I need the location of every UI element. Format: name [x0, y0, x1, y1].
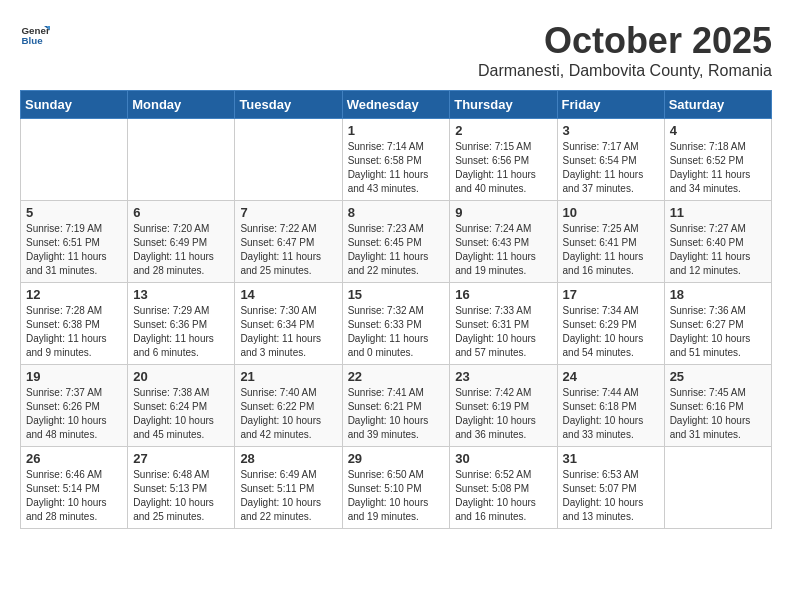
day-info: Sunrise: 7:42 AM Sunset: 6:19 PM Dayligh… — [455, 386, 551, 442]
day-info: Sunrise: 6:48 AM Sunset: 5:13 PM Dayligh… — [133, 468, 229, 524]
calendar-cell: 13Sunrise: 7:29 AM Sunset: 6:36 PM Dayli… — [128, 283, 235, 365]
logo-icon: General Blue — [20, 20, 50, 50]
day-number: 27 — [133, 451, 229, 466]
week-row-1: 1Sunrise: 7:14 AM Sunset: 6:58 PM Daylig… — [21, 119, 772, 201]
day-number: 9 — [455, 205, 551, 220]
calendar-cell: 5Sunrise: 7:19 AM Sunset: 6:51 PM Daylig… — [21, 201, 128, 283]
day-number: 25 — [670, 369, 766, 384]
day-info: Sunrise: 7:30 AM Sunset: 6:34 PM Dayligh… — [240, 304, 336, 360]
calendar-cell: 15Sunrise: 7:32 AM Sunset: 6:33 PM Dayli… — [342, 283, 450, 365]
calendar-cell: 20Sunrise: 7:38 AM Sunset: 6:24 PM Dayli… — [128, 365, 235, 447]
calendar-cell: 7Sunrise: 7:22 AM Sunset: 6:47 PM Daylig… — [235, 201, 342, 283]
day-info: Sunrise: 7:33 AM Sunset: 6:31 PM Dayligh… — [455, 304, 551, 360]
day-info: Sunrise: 7:27 AM Sunset: 6:40 PM Dayligh… — [670, 222, 766, 278]
day-info: Sunrise: 7:22 AM Sunset: 6:47 PM Dayligh… — [240, 222, 336, 278]
day-info: Sunrise: 7:34 AM Sunset: 6:29 PM Dayligh… — [563, 304, 659, 360]
calendar-cell: 8Sunrise: 7:23 AM Sunset: 6:45 PM Daylig… — [342, 201, 450, 283]
day-number: 13 — [133, 287, 229, 302]
calendar-cell: 21Sunrise: 7:40 AM Sunset: 6:22 PM Dayli… — [235, 365, 342, 447]
logo: General Blue — [20, 20, 50, 50]
calendar-cell: 14Sunrise: 7:30 AM Sunset: 6:34 PM Dayli… — [235, 283, 342, 365]
day-info: Sunrise: 7:23 AM Sunset: 6:45 PM Dayligh… — [348, 222, 445, 278]
calendar-cell: 1Sunrise: 7:14 AM Sunset: 6:58 PM Daylig… — [342, 119, 450, 201]
week-row-3: 12Sunrise: 7:28 AM Sunset: 6:38 PM Dayli… — [21, 283, 772, 365]
day-number: 23 — [455, 369, 551, 384]
header: General Blue October 2025 Darmanesti, Da… — [20, 20, 772, 80]
day-number: 7 — [240, 205, 336, 220]
day-info: Sunrise: 7:41 AM Sunset: 6:21 PM Dayligh… — [348, 386, 445, 442]
day-info: Sunrise: 7:36 AM Sunset: 6:27 PM Dayligh… — [670, 304, 766, 360]
calendar-cell: 23Sunrise: 7:42 AM Sunset: 6:19 PM Dayli… — [450, 365, 557, 447]
svg-text:Blue: Blue — [22, 35, 44, 46]
day-info: Sunrise: 6:53 AM Sunset: 5:07 PM Dayligh… — [563, 468, 659, 524]
day-header-saturday: Saturday — [664, 91, 771, 119]
day-info: Sunrise: 7:15 AM Sunset: 6:56 PM Dayligh… — [455, 140, 551, 196]
calendar-cell: 30Sunrise: 6:52 AM Sunset: 5:08 PM Dayli… — [450, 447, 557, 529]
day-info: Sunrise: 7:44 AM Sunset: 6:18 PM Dayligh… — [563, 386, 659, 442]
day-number: 29 — [348, 451, 445, 466]
week-row-4: 19Sunrise: 7:37 AM Sunset: 6:26 PM Dayli… — [21, 365, 772, 447]
day-number: 11 — [670, 205, 766, 220]
calendar-cell: 17Sunrise: 7:34 AM Sunset: 6:29 PM Dayli… — [557, 283, 664, 365]
day-info: Sunrise: 7:37 AM Sunset: 6:26 PM Dayligh… — [26, 386, 122, 442]
day-number: 26 — [26, 451, 122, 466]
day-number: 17 — [563, 287, 659, 302]
day-number: 6 — [133, 205, 229, 220]
calendar-cell — [664, 447, 771, 529]
day-number: 8 — [348, 205, 445, 220]
day-info: Sunrise: 6:49 AM Sunset: 5:11 PM Dayligh… — [240, 468, 336, 524]
calendar-cell: 6Sunrise: 7:20 AM Sunset: 6:49 PM Daylig… — [128, 201, 235, 283]
calendar-cell — [21, 119, 128, 201]
day-header-friday: Friday — [557, 91, 664, 119]
day-number: 2 — [455, 123, 551, 138]
day-header-monday: Monday — [128, 91, 235, 119]
day-info: Sunrise: 7:29 AM Sunset: 6:36 PM Dayligh… — [133, 304, 229, 360]
calendar-cell: 19Sunrise: 7:37 AM Sunset: 6:26 PM Dayli… — [21, 365, 128, 447]
calendar-cell: 10Sunrise: 7:25 AM Sunset: 6:41 PM Dayli… — [557, 201, 664, 283]
day-info: Sunrise: 7:20 AM Sunset: 6:49 PM Dayligh… — [133, 222, 229, 278]
day-number: 5 — [26, 205, 122, 220]
calendar-cell: 9Sunrise: 7:24 AM Sunset: 6:43 PM Daylig… — [450, 201, 557, 283]
calendar-cell — [235, 119, 342, 201]
calendar-cell: 18Sunrise: 7:36 AM Sunset: 6:27 PM Dayli… — [664, 283, 771, 365]
day-number: 16 — [455, 287, 551, 302]
day-info: Sunrise: 7:32 AM Sunset: 6:33 PM Dayligh… — [348, 304, 445, 360]
calendar-cell: 24Sunrise: 7:44 AM Sunset: 6:18 PM Dayli… — [557, 365, 664, 447]
day-number: 28 — [240, 451, 336, 466]
calendar-cell: 4Sunrise: 7:18 AM Sunset: 6:52 PM Daylig… — [664, 119, 771, 201]
day-info: Sunrise: 7:14 AM Sunset: 6:58 PM Dayligh… — [348, 140, 445, 196]
day-header-wednesday: Wednesday — [342, 91, 450, 119]
day-info: Sunrise: 7:19 AM Sunset: 6:51 PM Dayligh… — [26, 222, 122, 278]
day-header-thursday: Thursday — [450, 91, 557, 119]
day-number: 3 — [563, 123, 659, 138]
day-number: 4 — [670, 123, 766, 138]
day-info: Sunrise: 7:18 AM Sunset: 6:52 PM Dayligh… — [670, 140, 766, 196]
day-info: Sunrise: 7:40 AM Sunset: 6:22 PM Dayligh… — [240, 386, 336, 442]
day-number: 30 — [455, 451, 551, 466]
day-header-tuesday: Tuesday — [235, 91, 342, 119]
calendar-cell: 26Sunrise: 6:46 AM Sunset: 5:14 PM Dayli… — [21, 447, 128, 529]
calendar-cell: 27Sunrise: 6:48 AM Sunset: 5:13 PM Dayli… — [128, 447, 235, 529]
day-number: 24 — [563, 369, 659, 384]
day-number: 1 — [348, 123, 445, 138]
day-info: Sunrise: 7:17 AM Sunset: 6:54 PM Dayligh… — [563, 140, 659, 196]
week-row-2: 5Sunrise: 7:19 AM Sunset: 6:51 PM Daylig… — [21, 201, 772, 283]
calendar-cell: 22Sunrise: 7:41 AM Sunset: 6:21 PM Dayli… — [342, 365, 450, 447]
day-info: Sunrise: 7:25 AM Sunset: 6:41 PM Dayligh… — [563, 222, 659, 278]
calendar-cell: 11Sunrise: 7:27 AM Sunset: 6:40 PM Dayli… — [664, 201, 771, 283]
day-header-sunday: Sunday — [21, 91, 128, 119]
day-number: 15 — [348, 287, 445, 302]
location-title: Darmanesti, Dambovita County, Romania — [478, 62, 772, 80]
calendar-cell: 3Sunrise: 7:17 AM Sunset: 6:54 PM Daylig… — [557, 119, 664, 201]
calendar: SundayMondayTuesdayWednesdayThursdayFrid… — [20, 90, 772, 529]
calendar-cell: 2Sunrise: 7:15 AM Sunset: 6:56 PM Daylig… — [450, 119, 557, 201]
day-info: Sunrise: 6:50 AM Sunset: 5:10 PM Dayligh… — [348, 468, 445, 524]
day-number: 14 — [240, 287, 336, 302]
day-number: 31 — [563, 451, 659, 466]
title-area: October 2025 Darmanesti, Dambovita Count… — [478, 20, 772, 80]
day-info: Sunrise: 7:38 AM Sunset: 6:24 PM Dayligh… — [133, 386, 229, 442]
day-number: 20 — [133, 369, 229, 384]
month-title: October 2025 — [478, 20, 772, 62]
calendar-cell: 29Sunrise: 6:50 AM Sunset: 5:10 PM Dayli… — [342, 447, 450, 529]
day-number: 12 — [26, 287, 122, 302]
